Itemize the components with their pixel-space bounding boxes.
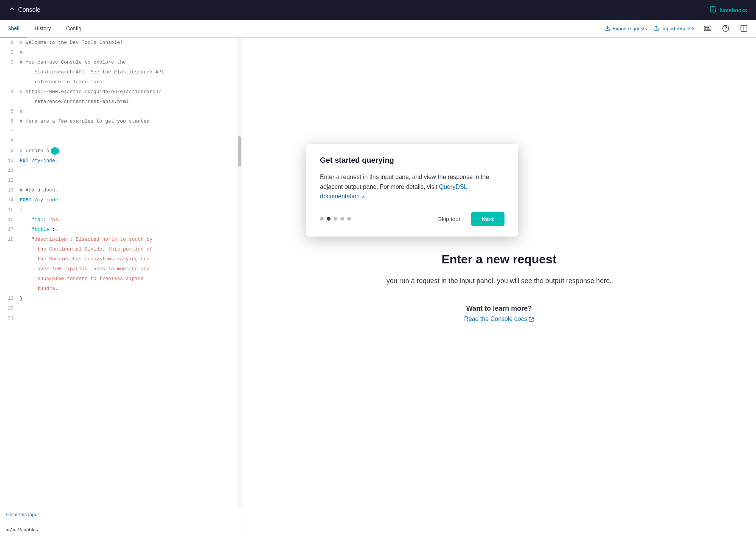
code-line-5: 5 # <box>0 107 242 117</box>
export-icon <box>604 25 610 32</box>
notebooks-icon <box>710 6 717 14</box>
import-requests-button[interactable]: Import requests <box>653 25 695 32</box>
tab-shell[interactable]: Shell <box>0 20 27 37</box>
tabs: Shell History Config <box>0 20 89 37</box>
code-line-18: 18 "description : Bisected north to sout… <box>0 235 242 294</box>
scrollbar-thumb[interactable] <box>238 136 241 167</box>
notebooks-label: Notebooks <box>720 7 747 13</box>
tour-progress-dots <box>320 217 351 221</box>
code-line-21: 21 <box>0 313 242 323</box>
code-line-19: 19 } <box>0 294 242 304</box>
help-button[interactable] <box>720 22 732 34</box>
tour-dot-3 <box>334 217 337 221</box>
code-line-12: 12 <box>0 176 242 185</box>
variables-label: Variables <box>18 527 38 532</box>
code-line-4: 4 # https://www.elastic.co/guide/en/elas… <box>0 87 242 107</box>
clear-input-button[interactable]: Clear this input <box>6 512 39 517</box>
svg-rect-8 <box>708 27 709 28</box>
toolbar-actions: Export requests Import requests <box>604 22 750 34</box>
variables-bar[interactable]: </> Variables <box>0 522 242 537</box>
console-title: Console <box>18 6 40 13</box>
topbar: Console Notebooks <box>0 0 756 20</box>
code-line-20: 20 <box>0 304 242 313</box>
editor-footer: Clear this input <box>0 507 242 522</box>
svg-rect-5 <box>704 26 711 31</box>
skip-tour-button[interactable]: Skip tour <box>433 213 465 225</box>
notebooks-button[interactable]: Notebooks <box>710 6 747 14</box>
tour-actions: Skip tour Next <box>433 212 505 226</box>
variables-icon: </> <box>6 527 16 533</box>
svg-rect-10 <box>706 29 709 30</box>
svg-line-16 <box>531 317 534 320</box>
code-line-17: 17 "title":… <box>0 225 242 235</box>
chevron-up-icon[interactable] <box>9 6 15 14</box>
keyboard-shortcut-button[interactable] <box>702 22 714 34</box>
code-line-3: 3 # You can use Console to explore the E… <box>0 58 242 87</box>
learn-more-title: Want to learn more? <box>387 305 612 313</box>
code-line-2: 2 # <box>0 48 242 58</box>
svg-rect-11 <box>709 29 710 30</box>
tour-dot-5 <box>347 217 351 221</box>
code-line-11: 11 <box>0 166 242 176</box>
svg-rect-6 <box>705 27 706 28</box>
code-line-1: 1 # Welcome to the Dev Tools Console! <box>0 38 242 48</box>
tour-dot-4 <box>340 217 344 221</box>
code-line-16: 16 "id": "pa… <box>0 215 242 225</box>
output-description: you run a request in the input panel, yo… <box>387 276 612 286</box>
code-line-7: 7 <box>0 126 242 136</box>
svg-rect-4 <box>715 10 716 12</box>
output-panel: Enter a new request you run a request in… <box>242 38 756 537</box>
code-editor[interactable]: 1 # Welcome to the Dev Tools Console! 2 … <box>0 38 242 507</box>
panel-toggle-button[interactable] <box>738 22 750 34</box>
main-content: 1 # Welcome to the Dev Tools Console! 2 … <box>0 38 756 537</box>
output-empty-state: Enter a new request you run a request in… <box>387 252 612 322</box>
tour-title: Get started querying <box>320 156 505 165</box>
tab-history[interactable]: History <box>27 20 59 37</box>
export-requests-button[interactable]: Export requests <box>604 25 647 32</box>
import-icon <box>653 25 659 32</box>
tour-popup[interactable]: Get started querying Enter a request in … <box>306 144 518 237</box>
docs-link[interactable]: Read the Console docs <box>387 316 612 322</box>
tour-body: Enter a request in this input pane, and … <box>320 172 505 201</box>
svg-point-13 <box>725 30 726 30</box>
learn-more-section: Want to learn more? Read the Console doc… <box>387 305 612 322</box>
code-line-6: 6 # Here are a few examples to get you s… <box>0 117 242 126</box>
tour-dot-2 <box>327 217 331 221</box>
tour-dot-1 <box>320 217 324 221</box>
svg-rect-9 <box>705 29 706 30</box>
external-link-icon: ↗ <box>361 194 365 199</box>
tab-config[interactable]: Config <box>59 20 89 37</box>
topbar-title-group: Console <box>9 6 40 14</box>
editor-panel: 1 # Welcome to the Dev Tools Console! 2 … <box>0 38 242 537</box>
code-line-15: 15 { <box>0 205 242 215</box>
code-line-9: 9 # Create a <box>0 146 242 156</box>
editor-scrollbar[interactable] <box>237 38 242 507</box>
code-line-8: 8 <box>0 136 242 146</box>
code-line-14: 14 POST /my-inde… <box>0 195 242 205</box>
external-link-icon <box>529 316 534 322</box>
svg-rect-7 <box>706 27 708 28</box>
tour-footer: Skip tour Next <box>320 212 505 226</box>
subtoolbar: Shell History Config Export requests <box>0 20 756 38</box>
output-title: Enter a new request <box>387 252 612 266</box>
code-line-10: 10 PUT /my-inde… <box>0 156 242 166</box>
code-line-13: 13 # Add a docu… <box>0 185 242 195</box>
next-button[interactable]: Next <box>471 212 505 226</box>
